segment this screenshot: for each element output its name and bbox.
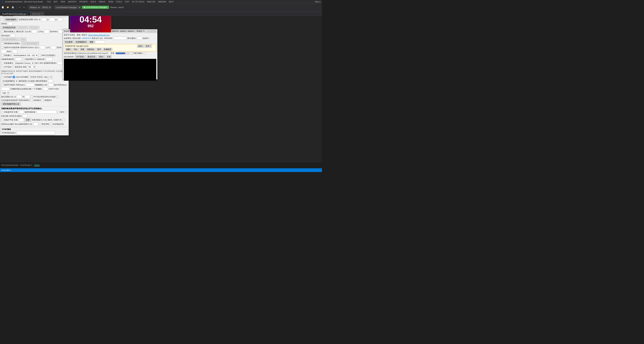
check-capture-window[interactable] — [1, 54, 3, 56]
check-screen-capture[interactable] — [1, 42, 3, 44]
sp-stop-btn[interactable]: 停止 — [73, 48, 79, 51]
check-resize[interactable] — [22, 58, 25, 60]
toolbar-undo[interactable]: ↩ — [18, 6, 22, 9]
menu-help[interactable]: HELP — [168, 1, 174, 3]
sp-switch-url-btn[interactable]: 切换地址 — [86, 48, 96, 51]
height-input[interactable]: 0 — [10, 34, 15, 37]
menu-build[interactable]: BUILD — [90, 1, 97, 3]
check-vflip[interactable] — [12, 66, 14, 68]
sp-follow-key-check[interactable] — [130, 52, 132, 54]
menu-team[interactable]: TEAM — [107, 1, 114, 3]
menu-vassistx[interactable]: VASSISTX — [67, 1, 77, 3]
quality-to-input[interactable]: -1 — [25, 95, 30, 98]
sp-userid-input[interactable]: 2679481075 — [113, 37, 126, 40]
check-unconstrained[interactable] — [56, 96, 58, 98]
toolbar-open[interactable]: 📂 — [6, 6, 10, 9]
encode-level-input[interactable]: 3 — [48, 79, 53, 83]
audio-device-input[interactable]: 变声风外 (2- Realtek(R) Audio)-1 — [37, 110, 57, 114]
sp-close-btn[interactable]: × — [154, 30, 156, 32]
sp-hflip-btn[interactable]: 水平反转□ — [75, 55, 86, 58]
toolbar-new[interactable]: 📄 — [1, 6, 5, 9]
menu-file[interactable]: FILE — [46, 1, 52, 3]
sp-mute-btn[interactable]: 静音□ — [137, 44, 144, 48]
video-fps-input[interactable]: 20 — [48, 83, 53, 86]
speaker-vol-input[interactable]: 1.0 — [19, 110, 24, 114]
check-auto-gain[interactable] — [50, 123, 52, 125]
check-speex[interactable] — [62, 119, 64, 121]
sp-delay-input[interactable]: 0 — [137, 37, 142, 40]
quality-from-input[interactable]: -1 — [17, 95, 22, 98]
audio-time-input[interactable]: 100 — [23, 114, 28, 118]
check-openh264[interactable] — [13, 76, 15, 78]
sp-max-btn[interactable]: □ — [150, 30, 153, 32]
tab-main-cpp[interactable]: SmartPublisherDemoDlg.cpp × — [0, 12, 30, 16]
r-input[interactable]: 0 — [42, 18, 46, 21]
stop-watermark-btn[interactable]: 停止水印 — [29, 26, 39, 29]
sp-rtmp-url-input[interactable]: rtsp://192.168.0.106:8554/stream1 — [90, 44, 137, 48]
width2-input[interactable]: 0 — [1, 50, 6, 53]
panel-tab-output[interactable]: Output — [34, 164, 40, 166]
sp-screenshot2-btn[interactable]: 录像配置 — [102, 48, 112, 51]
sp-min-btn[interactable]: — — [146, 30, 150, 32]
push-btn[interactable]: 推流 — [22, 135, 29, 135]
fps-input[interactable]: 30 — [15, 58, 22, 61]
panel-tab-find-results[interactable]: Find Results 1 — [20, 164, 32, 166]
auto-encoder-select[interactable]: 自动选择编码设备 — [1, 79, 18, 83]
sp-fullscreen-btn[interactable]: 全屏 — [106, 55, 112, 58]
check-speaker[interactable] — [1, 111, 3, 113]
max-bitrate-input[interactable]: 4320 — [1, 87, 10, 90]
camera-fps-input[interactable]: 15 — [58, 61, 62, 65]
speex-quality-input[interactable]: 8 — [33, 122, 38, 126]
check-image-screen[interactable] — [1, 30, 3, 33]
camera-select[interactable]: Integrated Camera-1 — [14, 61, 34, 65]
tab-error-list[interactable]: Error List × — [30, 12, 44, 16]
tab-close-cpp[interactable]: × — [27, 13, 28, 15]
menu-window[interactable]: WINDOW — [157, 1, 167, 3]
menu-analyze[interactable]: ANALYZE — [146, 1, 156, 3]
tab-close-error[interactable]: × — [41, 13, 42, 15]
check-camera[interactable] — [1, 62, 3, 64]
stop-screen-btn[interactable]: 停止叠加屏幕截图 — [21, 42, 39, 45]
switch-camera-btn[interactable]: 切换到摄像头 — [4, 18, 18, 21]
sp-vflip-btn[interactable]: 垂直反转□ — [86, 55, 97, 58]
sign-in[interactable]: Sign in — [315, 1, 320, 3]
check-hflip[interactable] — [1, 66, 3, 68]
get-default-rtmp-btn[interactable]: 获取视频帧率默认值 — [2, 135, 22, 135]
height2-input[interactable]: 0 — [12, 50, 18, 53]
apply-watermark-btn[interactable]: 应用遮盖层设置 — [1, 26, 17, 29]
menu-test[interactable]: TEST — [124, 1, 130, 3]
panel-tab-find-symbol[interactable]: Find Symbol Results — [1, 164, 18, 166]
check-h265[interactable] — [1, 76, 3, 78]
sp-screenshot-btn[interactable]: 截图 — [88, 40, 94, 44]
rtmp-addr1-input[interactable]: rtmp://localhost:1935/hls/stream — [17, 131, 55, 134]
menu-edit[interactable]: EDIT — [53, 1, 58, 3]
check-mic[interactable] — [1, 119, 3, 121]
left-input[interactable]: 0 — [32, 30, 37, 33]
toolbar-redo[interactable]: ↪ — [22, 6, 26, 9]
menu-view[interactable]: VIEW — [60, 1, 66, 3]
sp-second-btn[interactable]: 秒开□ — [145, 44, 152, 48]
sp-volume-bar[interactable] — [116, 52, 129, 54]
h264-profile-select[interactable]: High — [1, 91, 10, 94]
stop-push-btn[interactable]: 停推 — [30, 135, 36, 135]
add-watermark-btn[interactable]: 添加水印 — [18, 26, 28, 29]
sp-decode-btn[interactable]: 硬解□ — [65, 48, 72, 51]
mic-vol-input[interactable]: 1.0 — [19, 118, 24, 122]
sp-record-btn[interactable]: 录像 — [79, 48, 85, 51]
check-noise-cancel[interactable] — [65, 111, 67, 113]
sp-pause-btn[interactable]: 暂停 — [96, 48, 102, 51]
disabled-btn[interactable]: 请选 — [20, 38, 26, 41]
toolbar-save[interactable]: 💾 — [11, 6, 15, 9]
check-avg-fps[interactable] — [1, 84, 3, 86]
menu-tools[interactable]: TOOLS — [115, 1, 123, 3]
check-quality[interactable] — [42, 99, 44, 102]
menu-qt[interactable]: QT VS TOOLS — [132, 1, 145, 3]
scale-input[interactable]: 0.75 — [46, 58, 52, 61]
sp-rtsp-config-btn[interactable]: Rtsp配置 — [64, 40, 74, 44]
stop-preview-btn[interactable]: 停止预览 — [44, 135, 55, 135]
check-dxgi[interactable] — [1, 46, 3, 48]
top-input[interactable]: 0 — [44, 30, 49, 33]
platform-dropdown[interactable]: Win32 — [41, 6, 52, 9]
sp-rotate-btn[interactable]: 旋转□ — [98, 55, 105, 58]
width-input[interactable]: 0 — [58, 30, 63, 33]
